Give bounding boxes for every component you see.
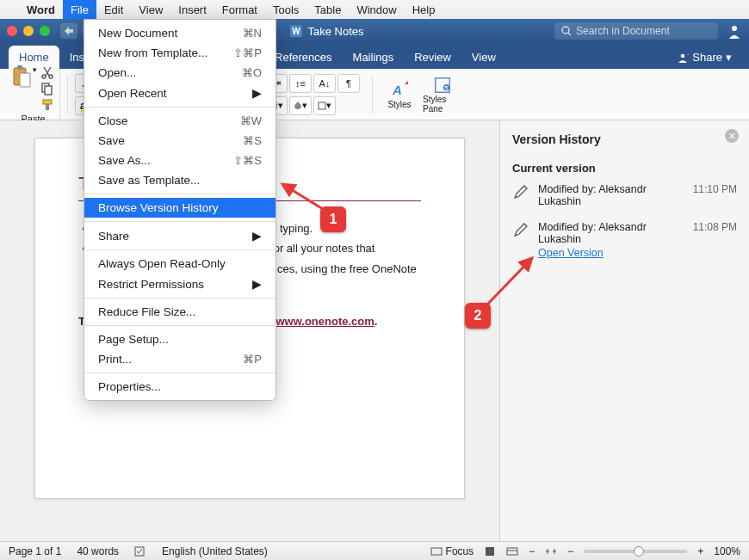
version-history-panel: ✕ Version History Current version Modifi… — [499, 120, 749, 541]
annotation-badge-2: 2 — [465, 303, 491, 329]
tab-view[interactable]: View — [461, 46, 506, 69]
help-menu[interactable]: Help — [405, 0, 443, 19]
sort-button[interactable]: A↓ — [313, 74, 336, 93]
svg-point-5 — [681, 53, 685, 58]
svg-point-10 — [42, 75, 46, 78]
word-count[interactable]: 40 words — [77, 545, 119, 557]
version-time: 11:08 PM — [693, 221, 737, 259]
svg-rect-8 — [17, 65, 22, 70]
share-icon: + — [677, 52, 689, 64]
zoom-out-button[interactable]: − — [529, 545, 535, 557]
onenote-link[interactable]: www.onenote.com — [275, 315, 374, 328]
shading-button[interactable]: ▾ — [289, 96, 312, 115]
zoom-thumb[interactable] — [634, 546, 644, 557]
page-setup-item[interactable]: Page Setup... — [84, 329, 275, 349]
save-item[interactable]: Save⌘S — [84, 131, 275, 151]
tab-mailings[interactable]: Mailings — [343, 46, 405, 69]
status-bar: Page 1 of 1 40 words English (United Sta… — [0, 541, 749, 560]
tab-review[interactable]: Review — [404, 46, 461, 69]
svg-point-2 — [562, 27, 569, 34]
app-menu[interactable]: Word — [19, 0, 63, 19]
svg-rect-9 — [20, 73, 30, 87]
table-menu[interactable]: Table — [306, 0, 349, 19]
save-as-item[interactable]: Save As...⇧⌘S — [84, 151, 275, 170]
view-menu[interactable]: View — [131, 0, 170, 19]
print-layout-view-icon[interactable] — [484, 545, 496, 557]
close-window-button[interactable] — [7, 26, 17, 36]
print-item[interactable]: Print...⌘P — [84, 349, 275, 369]
spellcheck-icon[interactable] — [134, 545, 146, 557]
zoom-in-button[interactable]: + — [697, 545, 703, 557]
close-panel-button[interactable]: ✕ — [725, 129, 739, 143]
insert-menu[interactable]: Insert — [170, 0, 214, 19]
copy-icon[interactable] — [40, 82, 54, 95]
zoom-level[interactable]: 100% — [714, 545, 740, 557]
paste-button[interactable] — [12, 65, 31, 88]
traffic-lights — [7, 26, 50, 36]
styles-gallery-button[interactable]: AStyles — [380, 76, 419, 114]
search-in-document[interactable]: Search in Document — [554, 22, 718, 40]
version-item[interactable]: Modified by: Aleksandr Lukashin 11:10 PM — [512, 183, 737, 207]
focus-mode-button[interactable]: Focus — [430, 545, 474, 557]
page-indicator[interactable]: Page 1 of 1 — [9, 545, 61, 557]
format-menu[interactable]: Format — [214, 0, 265, 19]
file-dropdown-menu: New Document⌘N New from Template...⇧⌘P O… — [84, 19, 276, 401]
open-version-link[interactable]: Open Version — [538, 247, 604, 259]
new-from-template-item[interactable]: New from Template...⇧⌘P — [84, 43, 275, 63]
window-menu[interactable]: Window — [349, 0, 404, 19]
svg-rect-37 — [507, 548, 517, 555]
minimize-window-button[interactable] — [23, 26, 34, 36]
zoom-slider[interactable] — [584, 550, 687, 553]
annotation-arrow-1 — [275, 179, 327, 213]
svg-point-11 — [49, 75, 53, 78]
version-item[interactable]: Modified by: Aleksandr Lukashin Open Ver… — [512, 221, 737, 259]
open-recent-item[interactable]: Open Recent▶ — [84, 83, 275, 103]
line-spacing-button[interactable]: ↕≡ — [289, 74, 312, 93]
restrict-permissions-item[interactable]: Restrict Permissions▶ — [84, 274, 275, 294]
cut-icon[interactable] — [40, 65, 54, 79]
show-marks-button[interactable]: ¶ — [337, 74, 360, 93]
paste-group: ▾ Paste — [7, 69, 60, 120]
styles-pane-button[interactable]: ¶Styles Pane — [423, 76, 462, 114]
svg-rect-13 — [45, 86, 52, 95]
properties-item[interactable]: Properties... — [84, 377, 275, 397]
zoom-fit-icon[interactable] — [545, 547, 557, 556]
version-time: 11:10 PM — [693, 183, 737, 207]
format-painter-icon[interactable] — [40, 98, 54, 112]
svg-rect-15 — [46, 104, 49, 110]
edit-menu[interactable]: Edit — [96, 0, 131, 19]
save-as-template-item[interactable]: Save as Template... — [84, 170, 275, 190]
zoom-out-button-2[interactable]: − — [567, 545, 573, 557]
search-icon — [561, 26, 572, 36]
focus-icon — [430, 547, 443, 556]
svg-line-44 — [486, 258, 532, 305]
fullscreen-window-button[interactable] — [40, 26, 50, 36]
svg-point-4 — [732, 26, 737, 31]
new-document-item[interactable]: New Document⌘N — [84, 23, 275, 43]
edit-icon — [512, 183, 529, 200]
panel-title: Version History — [512, 132, 737, 146]
share-button[interactable]: +Share ▾ — [670, 46, 739, 69]
always-open-readonly-item[interactable]: Always Open Read-Only — [84, 254, 275, 274]
browse-version-history-item[interactable]: Browse Version History — [84, 198, 275, 218]
current-version-heading: Current version — [512, 162, 737, 175]
svg-text:¶: ¶ — [445, 84, 449, 90]
reduce-file-size-item[interactable]: Reduce File Size... — [84, 302, 275, 322]
close-item[interactable]: Close⌘W — [84, 111, 275, 131]
borders-button[interactable]: ▾ — [313, 96, 336, 115]
svg-rect-14 — [43, 100, 52, 104]
back-button[interactable] — [60, 23, 77, 39]
svg-line-43 — [282, 184, 323, 209]
word-doc-icon: W — [290, 25, 302, 37]
open-item[interactable]: Open...⌘O — [84, 63, 275, 83]
language-indicator[interactable]: English (United States) — [162, 545, 268, 557]
edit-icon — [512, 221, 529, 238]
annotation-badge-1: 1 — [320, 206, 346, 232]
tools-menu[interactable]: Tools — [265, 0, 306, 19]
file-menu[interactable]: File — [63, 0, 96, 19]
user-avatar-icon[interactable] — [727, 23, 742, 39]
web-layout-view-icon[interactable] — [506, 545, 518, 557]
svg-line-3 — [568, 33, 571, 35]
share-item[interactable]: Share▶ — [84, 225, 275, 246]
mac-menubar: Word File Edit View Insert Format Tools … — [0, 0, 749, 19]
